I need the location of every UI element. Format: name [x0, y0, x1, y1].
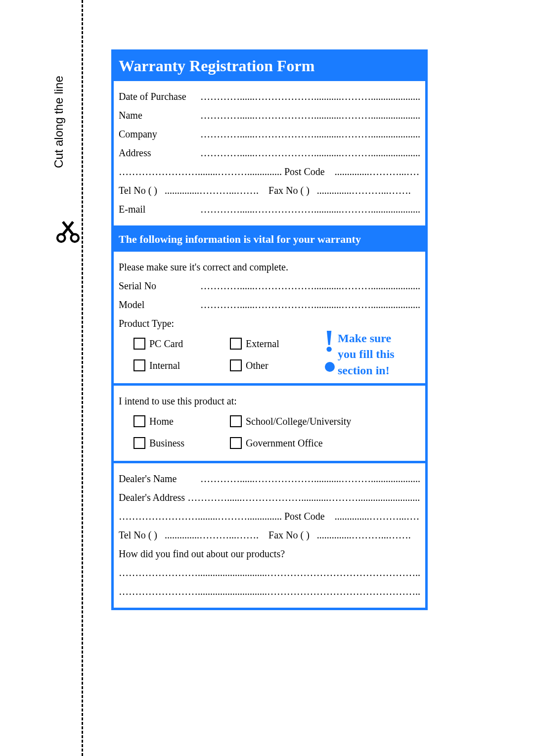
field-dealer-post-code[interactable]: ..............………...…….	[335, 511, 420, 522]
purchaser-section: Date of Purchase …………......……………….......…	[114, 81, 425, 228]
cut-line	[82, 0, 83, 756]
label-tel-no: Tel No ( )	[119, 181, 157, 200]
checkbox-home[interactable]	[134, 415, 145, 427]
callout-line-1: Make sure	[338, 330, 419, 346]
callout-line-2: you fill this	[338, 346, 419, 362]
label-address: Address	[119, 143, 198, 162]
label-dealer-tel-no: Tel No ( )	[119, 526, 157, 544]
warranty-registration-form: Warranty Registration Form Date of Purch…	[111, 49, 428, 610]
checkbox-pc-card[interactable]	[134, 338, 145, 350]
field-fax-no[interactable]: ..............………...…….	[317, 185, 411, 196]
label-email: E-mail	[119, 200, 198, 219]
field-email[interactable]: …………......………………...........………..........…	[200, 204, 420, 215]
opt-home: Home	[149, 416, 174, 427]
field-dealer-fax-no[interactable]: ..............………...…….	[317, 530, 411, 540]
field-dealer-name[interactable]: …………......………………...........………..........…	[200, 473, 420, 484]
scissors-icon	[54, 218, 82, 245]
label-fax-no: Fax No ( )	[268, 181, 310, 200]
label-date-of-purchase: Date of Purchase	[119, 87, 198, 106]
field-dealer-tel-no[interactable]: ..............………...…….	[165, 530, 259, 540]
label-dealer-fax-no: Fax No ( )	[268, 526, 310, 544]
field-address-2[interactable]: ……………………........………..............	[119, 166, 282, 177]
opt-business: Business	[149, 438, 184, 448]
label-model: Model	[119, 295, 198, 314]
label-serial-no: Serial No	[119, 276, 198, 295]
opt-other: Other	[246, 360, 268, 371]
form-title: Warranty Registration Form	[114, 52, 425, 81]
field-serial-no[interactable]: …………......………………...........………..........…	[200, 280, 420, 291]
checkbox-business[interactable]	[134, 437, 145, 449]
field-name[interactable]: …………......………………...........………..........…	[200, 110, 420, 121]
field-post-code[interactable]: ..............………...…….	[335, 166, 420, 177]
callout-line-3: section in!	[338, 362, 419, 378]
opt-external: External	[246, 338, 279, 349]
checkbox-other[interactable]	[230, 359, 242, 371]
label-name: Name	[119, 106, 198, 125]
svg-point-0	[57, 234, 65, 242]
label-dealer-address: Dealer's Address	[119, 488, 185, 507]
label-post-code: Post Code	[284, 162, 325, 181]
opt-pc-card: PC Card	[149, 338, 183, 349]
opt-gov: Government Office	[246, 438, 323, 448]
checkbox-gov[interactable]	[230, 437, 242, 449]
label-product-type: Product Type:	[119, 314, 174, 333]
label-dealer-post-code: Post Code	[284, 507, 325, 526]
field-how-1[interactable]: ……………………............................……………	[119, 567, 420, 578]
label-how-find-out: How did you find out about our products?	[119, 544, 420, 563]
field-how-2[interactable]: ……………………............................……………	[119, 586, 420, 597]
checkbox-internal[interactable]	[134, 359, 145, 371]
field-dealer-address[interactable]: …………......………………...........………..........…	[187, 492, 420, 503]
label-company: Company	[119, 125, 198, 143]
field-company[interactable]: …………......………………...........………..........…	[200, 129, 420, 139]
usage-section: I intend to use this product at: Home Sc…	[114, 386, 425, 463]
label-intend-use: I intend to use this product at:	[119, 392, 420, 410]
opt-school: School/College/University	[246, 416, 351, 427]
svg-point-1	[71, 234, 79, 242]
field-date-of-purchase[interactable]: …………......………………...........………..........…	[200, 91, 420, 102]
vital-info-header: The following information is vital for y…	[114, 228, 425, 252]
field-address[interactable]: …………......………………...........………..........…	[200, 147, 420, 158]
product-section: Please make sure it's correct and comple…	[114, 252, 425, 386]
field-dealer-address-2[interactable]: ……………………........………..............	[119, 511, 282, 522]
please-complete-text: Please make sure it's correct and comple…	[119, 258, 420, 276]
opt-internal: Internal	[149, 360, 180, 371]
dealer-section: Dealer's Name …………......………………..........…	[114, 463, 425, 608]
field-tel-no[interactable]: ..............………...…….	[165, 185, 259, 196]
exclamation-dot-icon	[325, 362, 335, 372]
label-dealer-name: Dealer's Name	[119, 469, 198, 488]
cut-along-line-label: Cut along the line	[52, 76, 66, 168]
checkbox-external[interactable]	[230, 338, 242, 350]
make-sure-callout: ! Make sure you fill this section in!	[338, 330, 419, 378]
checkbox-school[interactable]	[230, 415, 242, 427]
exclamation-icon: !	[324, 328, 334, 354]
field-model[interactable]: …………......………………...........………..........…	[200, 299, 420, 310]
